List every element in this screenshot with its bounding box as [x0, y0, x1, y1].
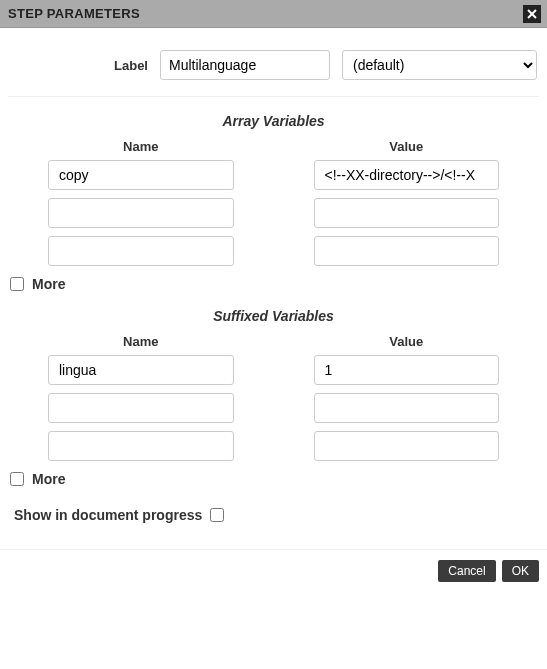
suffixed-row — [8, 393, 539, 423]
dialog-content: Label (default) Array Variables Name Val… — [0, 28, 547, 543]
array-value-input[interactable] — [314, 198, 500, 228]
suffixed-header-value: Value — [274, 334, 540, 349]
suffixed-header-name: Name — [8, 334, 274, 349]
doc-progress-label: Show in document progress — [14, 507, 202, 523]
array-more-row: More — [10, 276, 539, 292]
suffixed-row — [8, 355, 539, 385]
array-name-input[interactable] — [48, 236, 234, 266]
label-row: Label (default) — [8, 40, 539, 97]
array-value-input[interactable] — [314, 236, 500, 266]
suffixed-value-input[interactable] — [314, 393, 500, 423]
suffixed-name-input[interactable] — [48, 355, 234, 385]
suffixed-name-input[interactable] — [48, 431, 234, 461]
array-name-input[interactable] — [48, 198, 234, 228]
array-header-name: Name — [8, 139, 274, 154]
suffixed-vars-title: Suffixed Variables — [8, 308, 539, 324]
suffixed-more-label: More — [32, 471, 65, 487]
close-button[interactable] — [523, 5, 541, 23]
label-dropdown[interactable]: (default) — [342, 50, 537, 80]
suffixed-name-input[interactable] — [48, 393, 234, 423]
array-more-label: More — [32, 276, 65, 292]
array-value-input[interactable] — [314, 160, 500, 190]
cancel-button[interactable]: Cancel — [438, 560, 495, 582]
label-input[interactable] — [160, 50, 330, 80]
suffixed-cols-header: Name Value — [8, 334, 539, 349]
array-row — [8, 160, 539, 190]
suffixed-more-row: More — [10, 471, 539, 487]
dialog-footer: Cancel OK — [0, 550, 547, 592]
array-row — [8, 198, 539, 228]
doc-progress-row: Show in document progress — [14, 507, 539, 523]
array-row — [8, 236, 539, 266]
suffixed-row — [8, 431, 539, 461]
array-vars-title: Array Variables — [8, 113, 539, 129]
array-header-value: Value — [274, 139, 540, 154]
suffixed-more-checkbox[interactable] — [10, 472, 24, 486]
window-titlebar: STEP PARAMETERS — [0, 0, 547, 28]
doc-progress-checkbox[interactable] — [210, 508, 224, 522]
label-field-label: Label — [8, 58, 148, 73]
suffixed-value-input[interactable] — [314, 431, 500, 461]
array-name-input[interactable] — [48, 160, 234, 190]
window-title: STEP PARAMETERS — [8, 6, 140, 21]
array-more-checkbox[interactable] — [10, 277, 24, 291]
ok-button[interactable]: OK — [502, 560, 539, 582]
close-icon — [527, 9, 537, 19]
array-cols-header: Name Value — [8, 139, 539, 154]
suffixed-value-input[interactable] — [314, 355, 500, 385]
